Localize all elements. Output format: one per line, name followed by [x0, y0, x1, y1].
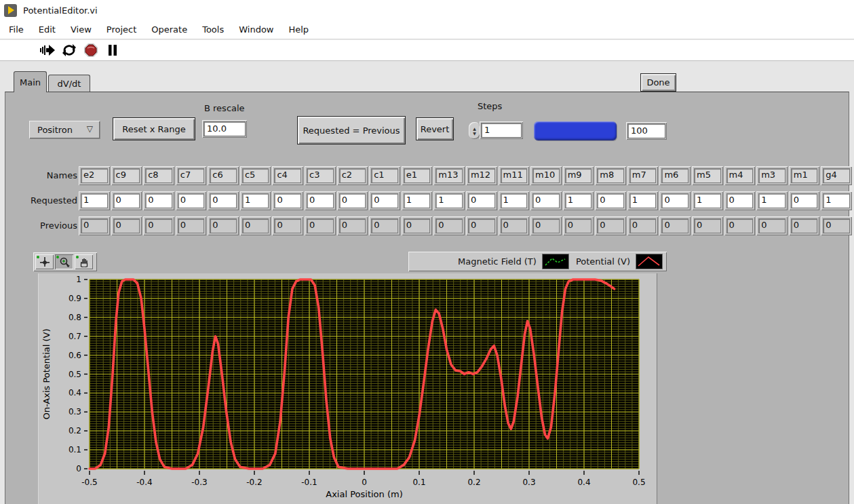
requested-equals-previous-button[interactable]: Requested = Previous [297, 116, 406, 144]
abort-button-icon[interactable] [83, 42, 99, 58]
magnifier-icon [58, 256, 71, 267]
array-cell[interactable]: 0 [272, 191, 303, 210]
legend-item-potential[interactable]: Potential (V) [576, 254, 663, 269]
array-cell[interactable]: 1 [692, 191, 723, 210]
crosshair-tool-button[interactable] [35, 254, 54, 269]
tab-page-main: Positron ▽ Reset x Range B rescale 10.0 … [5, 92, 849, 504]
x-tick-label: -0.1 [301, 478, 317, 487]
run-button-icon[interactable] [39, 42, 56, 58]
tab-dvdt[interactable]: dV/dt [48, 75, 90, 92]
array-cell: 0 [402, 216, 433, 235]
y-tick-label: 0.3 [69, 407, 81, 416]
array-cell: 0 [369, 216, 400, 235]
x-tick-label: 0.4 [577, 478, 590, 487]
legend-item-magnetic-field[interactable]: Magnetic Field (T) [458, 254, 569, 269]
array-cell[interactable]: 1 [402, 191, 433, 210]
array-cell[interactable]: 0 [337, 191, 368, 210]
array-cell[interactable]: 0 [369, 191, 400, 210]
menu-item-window[interactable]: Window [231, 21, 281, 38]
array-cell[interactable]: 0 [595, 191, 626, 210]
y-tick-label: 0.5 [69, 370, 81, 379]
y-tick-label: 0.8 [69, 313, 81, 322]
revert-button-label: Revert [421, 124, 450, 134]
steps-value: 1 [481, 123, 522, 138]
y-tick-label: 0.2 [69, 426, 81, 435]
window-background [0, 62, 854, 92]
array-cell: c5 [240, 166, 271, 185]
array-cell[interactable]: 0 [111, 191, 142, 210]
array-cell[interactable]: 1 [627, 191, 659, 210]
title-bar: PotentialEditor.vi [0, 0, 854, 20]
tool-led-icon [76, 256, 79, 258]
reset-x-range-button[interactable]: Reset x Range [113, 117, 195, 140]
array-cell[interactable]: 0 [466, 191, 497, 210]
array-cell: 0 [305, 216, 336, 235]
x-tick-label: 0 [362, 478, 367, 487]
array-cell: e2 [79, 166, 110, 185]
array-cell[interactable]: 0 [530, 191, 562, 210]
iterations-field[interactable]: 100 [626, 122, 667, 140]
steps-label: Steps [478, 101, 502, 111]
array-cell[interactable]: 0 [305, 191, 336, 210]
array-cell: 0 [208, 216, 239, 235]
array-cell[interactable]: 1 [756, 191, 788, 210]
array-cell[interactable]: 0 [724, 191, 756, 210]
array-cell: 0 [499, 216, 530, 235]
array-cell: c3 [305, 166, 336, 185]
array-cell[interactable]: 0 [143, 191, 174, 210]
array-cell: 0 [337, 216, 368, 235]
y-tick-label: 0 [76, 464, 81, 473]
array-cell[interactable]: 1 [79, 191, 110, 210]
menu-item-view[interactable]: View [63, 21, 99, 38]
x-axis-label: Axial Position (m) [326, 489, 402, 499]
array-cell: c1 [369, 166, 400, 185]
tab-main[interactable]: Main [14, 71, 47, 92]
menu-bar: FileEditViewProjectOperateToolsWindowHel… [0, 20, 854, 39]
pan-tool-button[interactable] [75, 254, 93, 269]
array-cell[interactable]: 0 [176, 191, 207, 210]
array-cell: m6 [659, 166, 691, 185]
menu-item-help[interactable]: Help [281, 21, 316, 38]
steps-increment-decrement[interactable]: ▲▼ [469, 122, 480, 139]
tool-led-icon [37, 256, 39, 258]
b-rescale-field[interactable]: 10.0 [202, 120, 247, 138]
pause-button-icon[interactable] [104, 42, 121, 58]
steps-field[interactable]: 1 [480, 121, 523, 139]
done-button[interactable]: Done [640, 73, 676, 92]
array-cell: m9 [563, 166, 594, 185]
requested-row: 100001000011010101010101 [79, 191, 852, 210]
potential-graph[interactable]: 00.10.20.30.40.50.60.70.80.91-0.5-0.4-0.… [38, 273, 657, 504]
array-cell: 0 [466, 216, 497, 235]
array-cell[interactable]: 1 [499, 191, 530, 210]
x-tick-label: 0.1 [412, 478, 425, 487]
array-cell[interactable]: 1 [821, 191, 852, 210]
array-cell[interactable]: 1 [563, 191, 594, 210]
zoom-tool-button[interactable] [55, 254, 73, 269]
menu-item-file[interactable]: File [1, 21, 31, 38]
array-cell[interactable]: 1 [240, 191, 271, 210]
array-cell[interactable]: 1 [433, 191, 465, 210]
x-tick-label: -0.3 [191, 478, 207, 487]
menu-item-project[interactable]: Project [99, 21, 144, 38]
array-cell: 0 [563, 216, 594, 235]
array-cell: 0 [530, 216, 562, 235]
array-cell[interactable]: 0 [789, 191, 820, 210]
y-tick-label: 0.7 [69, 332, 81, 341]
array-cell: m3 [756, 166, 788, 185]
array-cell: c9 [111, 166, 142, 185]
b-rescale-value: 10.0 [203, 121, 246, 136]
magnetic-field-swatch-icon [542, 254, 569, 269]
menu-item-edit[interactable]: Edit [31, 21, 63, 38]
particle-selector-dropdown[interactable]: Positron ▽ [29, 121, 100, 138]
run-continuous-icon[interactable] [61, 42, 77, 58]
revert-button[interactable]: Revert [416, 117, 454, 140]
window-title: PotentialEditor.vi [23, 5, 98, 16]
b-rescale-label: B rescale [204, 103, 245, 113]
previous-row: 000000000000000000000000 [79, 216, 852, 235]
done-button-label: Done [646, 77, 669, 88]
menu-item-operate[interactable]: Operate [144, 21, 195, 38]
menu-item-tools[interactable]: Tools [195, 21, 231, 38]
array-cell[interactable]: 0 [659, 191, 691, 210]
array-cell[interactable]: 0 [208, 191, 239, 210]
array-cell: 0 [111, 216, 142, 235]
